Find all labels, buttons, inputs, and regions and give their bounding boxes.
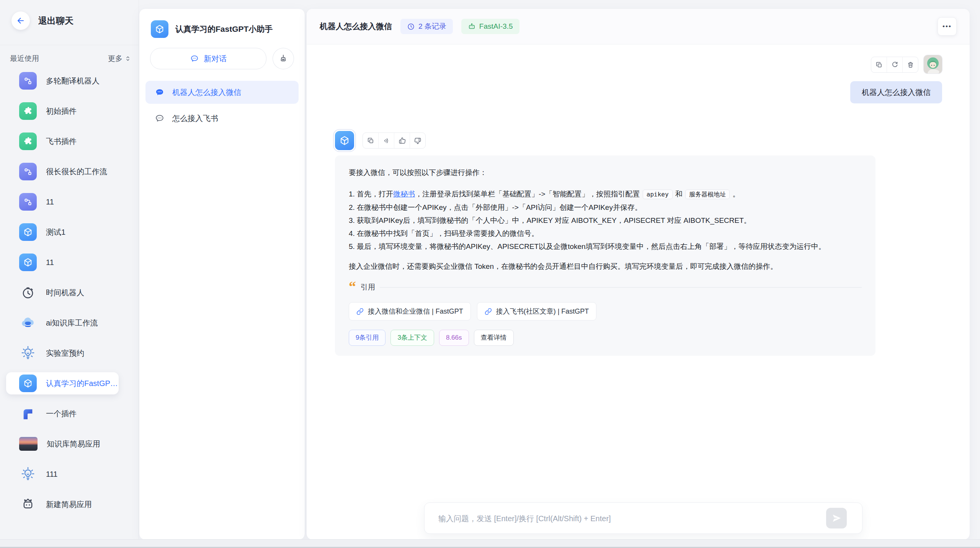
records-badge: 2 条记录 — [400, 19, 453, 34]
sidebar: 退出聊天 最近使用 更多 多轮翻译机器人 初始插件 飞书插件 — [0, 0, 139, 539]
message-area: 机器人怎么接入微信 要接入微信，可以按照以下步骤进行操作： 1. 首先，打开微秘… — [307, 44, 970, 540]
sidebar-item-test1[interactable]: 测试1 — [0, 221, 135, 243]
view-details-button[interactable]: 查看详情 — [474, 330, 514, 346]
app-list: 多轮翻译机器人 初始插件 飞书插件 很长很长的工作流 11 测试1 — [0, 70, 139, 523]
window-bottom-strip — [0, 539, 980, 548]
inline-code: apikey — [643, 190, 673, 199]
sidebar-item-one-plugin[interactable]: 一个插件 — [0, 402, 135, 425]
send-button[interactable] — [826, 508, 847, 528]
cube-icon — [19, 223, 37, 241]
history-item-feishu[interactable]: 怎么接入飞书 — [145, 107, 299, 130]
sort-icon — [124, 55, 132, 62]
bulb-icon — [19, 465, 37, 483]
assistant-message-bubble: 要接入微信，可以按照以下步骤进行操作： 1. 首先，打开微秘书，注册登录后找到菜… — [335, 155, 875, 356]
divider — [380, 287, 862, 288]
chat-history-list: 机器人怎么接入微信 怎么接入飞书 — [139, 81, 305, 130]
quote-label: 引用 — [361, 281, 375, 294]
copy-button[interactable] — [871, 57, 887, 72]
message-input[interactable] — [438, 503, 799, 534]
answer-step-3: 3. 获取到APIKey后，填写到微秘书的「个人中心」中，APIKEY 对应 A… — [349, 214, 862, 227]
assistant-avatar-cube-icon — [335, 131, 354, 150]
citations-count-pill[interactable]: 9条引用 — [349, 330, 385, 346]
link-icon — [485, 308, 492, 315]
citation-list: 接入微信和企业微信 | FastGPT 接入飞书(社区文章) | FastGPT — [349, 302, 862, 321]
photo-icon — [19, 437, 38, 451]
thumbs-up-button[interactable] — [394, 133, 410, 148]
f-logo-icon — [19, 405, 37, 422]
robot-icon — [468, 23, 476, 31]
recent-used-label: 最近使用 — [10, 54, 39, 64]
sidebar-item-initial-plugin[interactable]: 初始插件 — [0, 100, 135, 122]
read-aloud-button[interactable] — [378, 133, 394, 148]
new-chat-button[interactable]: 新对话 — [150, 48, 266, 69]
back-arrow-icon[interactable] — [11, 11, 30, 30]
workflow-icon — [19, 193, 37, 211]
chat-menu-button[interactable]: ••• — [938, 17, 957, 36]
clock-icon — [407, 23, 415, 31]
sidebar-item-111[interactable]: 111 — [0, 463, 135, 485]
new-chat-label: 新对话 — [204, 54, 227, 64]
assistant-message-toolbar — [363, 133, 426, 149]
model-badge: FastAI-3.5 — [461, 19, 519, 34]
chat-input-bar — [424, 502, 862, 534]
more-button[interactable]: 更多 — [108, 54, 132, 64]
conversation-panel: 认真学习的FastGPT小助手 新对话 机器人怎么接入微信 怎么接入飞书 — [139, 8, 305, 540]
retry-button[interactable] — [887, 57, 902, 72]
chat-bubble-icon — [190, 54, 199, 63]
robot-icon — [19, 496, 37, 513]
sidebar-item-time-bot[interactable]: 时间机器人 — [0, 281, 135, 304]
sidebar-item-11-app[interactable]: 11 — [0, 251, 135, 273]
thumbs-down-button[interactable] — [410, 133, 425, 148]
sidebar-item-translate-bot[interactable]: 多轮翻译机器人 — [0, 70, 135, 92]
sidebar-item-11-workflow[interactable]: 11 — [0, 191, 135, 213]
plugin-icon — [19, 102, 37, 120]
divider — [0, 45, 139, 45]
copy-button[interactable] — [363, 133, 378, 148]
context-count-pill[interactable]: 3条上下文 — [390, 330, 434, 346]
cloud-db-icon — [19, 314, 37, 332]
delete-button[interactable] — [902, 57, 918, 72]
sidebar-item-ai-kb-workflow[interactable]: ai知识库工作流 — [0, 312, 135, 334]
user-message-bubble: 机器人怎么接入微信 — [850, 81, 942, 103]
sidebar-item-fastgpt-assistant[interactable]: 认真学习的FastGPT... — [6, 372, 119, 394]
cube-icon — [19, 375, 37, 392]
sidebar-item-feishu-plugin[interactable]: 飞书插件 — [0, 130, 135, 152]
citation-chip-feishu[interactable]: 接入飞书(社区文章) | FastGPT — [477, 302, 597, 321]
more-label: 更多 — [108, 54, 122, 64]
sidebar-item-lab-booking[interactable]: 实验室预约 — [0, 342, 135, 364]
app-title: 认真学习的FastGPT小助手 — [175, 24, 273, 34]
sidebar-item-new-simple-app[interactable]: 新建简易应用 — [0, 493, 135, 515]
chat-title: 机器人怎么接入微信 — [320, 21, 392, 32]
answer-step-2: 2. 在微秘书中创建一个APIKey，点击「外部使用」->「API访问」创建一个… — [349, 201, 862, 214]
quote-section-header: 引用 — [349, 281, 862, 294]
clear-history-button[interactable] — [273, 48, 294, 69]
app-logo-cube-icon — [151, 20, 168, 38]
answer-outro: 接入企业微信时，还需要购买企业微信 Token，在微秘书的会员开通栏目中自行购买… — [349, 260, 862, 273]
app-window: 退出聊天 最近使用 更多 多轮翻译机器人 初始插件 飞书插件 — [0, 0, 980, 548]
clock-icon — [19, 284, 37, 301]
link-icon — [356, 308, 364, 315]
wemishu-link[interactable]: 微秘书 — [393, 190, 415, 198]
inline-code: 服务器根地址 — [685, 190, 730, 199]
sidebar-item-long-workflow[interactable]: 很长很长的工作流 — [0, 160, 135, 183]
response-meta: 9条引用 3条上下文 8.66s 查看详情 — [349, 330, 862, 346]
user-message-toolbar — [871, 57, 918, 73]
citation-chip-wechat[interactable]: 接入微信和企业微信 | FastGPT — [349, 302, 471, 321]
chat-panel: 机器人怎么接入微信 2 条记录 FastAI-3.5 ••• 机器人怎么接入微信 — [306, 8, 970, 540]
duration-pill: 8.66s — [439, 330, 469, 346]
answer-step-1: 1. 首先，打开微秘书，注册登录后找到菜单栏「基础配置」->「智能配置」，按照指… — [349, 188, 862, 201]
plugin-icon — [19, 133, 37, 150]
quote-icon — [349, 283, 356, 292]
exit-chat[interactable]: 退出聊天 — [11, 11, 74, 30]
answer-intro: 要接入微信，可以按照以下步骤进行操作： — [349, 166, 862, 179]
workflow-icon — [19, 163, 37, 180]
chat-header: 机器人怎么接入微信 2 条记录 FastAI-3.5 ••• — [307, 9, 970, 44]
answer-step-5: 5. 最后，填写环境变量，将微秘书的APIKey、APISECRET以及企微to… — [349, 240, 862, 253]
bulb-icon — [19, 344, 37, 362]
chat-bubble-filled-icon — [155, 87, 165, 97]
history-item-wechat[interactable]: 机器人怎么接入微信 — [145, 81, 299, 104]
cube-icon — [19, 254, 37, 271]
answer-step-4: 4. 在微秘书中找到「首页」，扫码登录需要接入的微信号。 — [349, 227, 862, 240]
sidebar-item-kb-simple-app[interactable]: 知识库简易应用 — [0, 433, 135, 455]
exit-chat-label: 退出聊天 — [38, 15, 74, 27]
